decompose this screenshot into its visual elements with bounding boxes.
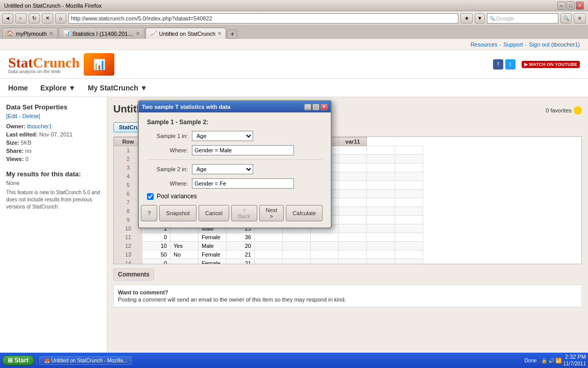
tab-close-myplymouth[interactable]: ✕	[49, 31, 53, 36]
where1-input[interactable]	[192, 145, 294, 155]
favorites-icon[interactable]: +	[574, 106, 582, 114]
youtube-button[interactable]: ▶ WATCH ON YOUTUBE	[522, 61, 580, 68]
table-cell[interactable]	[339, 190, 367, 198]
table-cell[interactable]	[395, 242, 423, 250]
start-button[interactable]: ⊞ Start	[2, 355, 34, 365]
table-cell[interactable]: 11	[114, 233, 142, 242]
table-cell[interactable]	[339, 155, 367, 164]
table-cell[interactable]	[395, 198, 423, 207]
table-cell[interactable]	[311, 233, 339, 242]
table-cell[interactable]	[367, 155, 395, 164]
table-cell[interactable]	[339, 242, 367, 250]
help-button[interactable]: ?	[141, 205, 157, 221]
table-cell[interactable]	[367, 250, 395, 259]
table-cell[interactable]	[395, 146, 423, 155]
tab-untitled-statcrunch[interactable]: 📈 Untitled on StatCrunch ✕	[145, 28, 227, 39]
pool-variances-checkbox[interactable]	[147, 193, 154, 200]
table-cell[interactable]	[339, 207, 367, 216]
table-cell[interactable]	[339, 164, 367, 172]
table-cell[interactable]: Female	[199, 259, 227, 265]
tab-statistics[interactable]: 📊 Statistics I (11400.201210): Data ✕	[59, 28, 144, 39]
back-button[interactable]: < Back	[231, 205, 257, 221]
table-cell[interactable]	[339, 250, 367, 259]
table-cell[interactable]	[283, 233, 311, 242]
table-cell[interactable]	[367, 259, 395, 265]
table-cell[interactable]	[339, 216, 367, 224]
home-button[interactable]: ⌂	[55, 13, 66, 24]
topbar-support[interactable]: Support	[503, 41, 523, 48]
table-cell[interactable]: 36	[227, 233, 255, 242]
table-cell[interactable]	[170, 259, 199, 265]
table-cell[interactable]: 10	[142, 242, 170, 250]
table-cell[interactable]	[367, 207, 395, 216]
topbar-signout[interactable]: Sign out (tboucher1)	[529, 41, 580, 48]
sidebar-delete-link[interactable]: Delete	[22, 113, 39, 119]
snapshot-button[interactable]: Snapshot	[159, 205, 196, 221]
table-cell[interactable]	[339, 233, 367, 242]
table-cell[interactable]	[367, 224, 395, 233]
bookmark-star[interactable]: ▼	[475, 13, 485, 24]
table-cell[interactable]	[367, 233, 395, 242]
table-cell[interactable]	[170, 233, 199, 242]
table-cell[interactable]	[395, 164, 423, 172]
table-cell[interactable]	[395, 190, 423, 198]
address-bar[interactable]: http://www.statcrunch.com/5.0/index.php?…	[68, 13, 458, 24]
sample2-select[interactable]: Age	[192, 164, 253, 174]
table-cell[interactable]	[311, 242, 339, 250]
table-cell[interactable]: Yes	[170, 242, 199, 250]
close-window-button[interactable]: ✕	[576, 2, 584, 10]
table-cell[interactable]	[395, 207, 423, 216]
sample1-select[interactable]: Age	[192, 131, 253, 141]
table-cell[interactable]	[395, 155, 423, 164]
table-cell[interactable]: 0	[142, 259, 170, 265]
tab-close-untitled[interactable]: ✕	[217, 31, 222, 36]
table-cell[interactable]	[339, 181, 367, 190]
where2-input[interactable]	[192, 178, 294, 189]
table-cell[interactable]: 50	[142, 250, 170, 259]
back-button[interactable]: ◄	[2, 13, 13, 24]
modal-minimize-button[interactable]: _	[304, 104, 311, 110]
table-cell[interactable]	[311, 250, 339, 259]
cancel-button[interactable]: Cancel	[199, 205, 229, 221]
nav-explore[interactable]: Explore ▼	[40, 84, 76, 92]
table-cell[interactable]	[339, 172, 367, 181]
tab-myplymouth[interactable]: 🏠 myPlymouth ✕	[2, 28, 58, 39]
table-cell[interactable]	[367, 164, 395, 172]
modal-close-button[interactable]: ✕	[321, 104, 328, 110]
table-cell[interactable]	[395, 172, 423, 181]
table-cell[interactable]: No	[170, 250, 199, 259]
next-button[interactable]: Next >	[259, 205, 284, 221]
browser-search-box[interactable]: 🔍 Google	[487, 13, 558, 24]
table-cell[interactable]: 13	[114, 250, 142, 259]
new-tab-button[interactable]: +	[227, 30, 237, 39]
table-cell[interactable]	[255, 250, 283, 259]
table-cell[interactable]: 0	[142, 233, 170, 242]
table-cell[interactable]: 20	[227, 242, 255, 250]
table-cell[interactable]	[367, 181, 395, 190]
bookmark-button[interactable]: ★	[460, 13, 473, 24]
table-cell[interactable]	[367, 190, 395, 198]
forward-button[interactable]: ►	[15, 13, 27, 24]
minimize-button[interactable]: ─	[557, 2, 566, 10]
table-cell[interactable]	[283, 250, 311, 259]
maximize-button[interactable]: □	[567, 2, 575, 10]
table-cell[interactable]: Male	[199, 242, 227, 250]
table-cell[interactable]	[283, 259, 311, 265]
table-cell[interactable]: 21	[227, 259, 255, 265]
table-cell[interactable]	[395, 259, 423, 265]
modal-maximize-button[interactable]: □	[312, 104, 320, 110]
taskbar-item-firefox[interactable]: 🦊 Untitled on StatCrunch - Mozilla...	[39, 356, 132, 365]
stop-button[interactable]: ✕	[42, 13, 53, 24]
table-cell[interactable]: Female	[199, 233, 227, 242]
sidebar-edit-link[interactable]: Edit	[8, 113, 17, 119]
table-cell[interactable]: 12	[114, 242, 142, 250]
table-cell[interactable]	[367, 198, 395, 207]
tab-close-statistics[interactable]: ✕	[136, 31, 140, 36]
nav-my-statcrunch[interactable]: My StatCrunch ▼	[88, 84, 148, 92]
table-cell[interactable]	[339, 259, 367, 265]
table-cell[interactable]: 21	[227, 250, 255, 259]
table-cell[interactable]	[255, 259, 283, 265]
table-cell[interactable]	[283, 242, 311, 250]
table-cell[interactable]	[395, 216, 423, 224]
search-go-button[interactable]: 🔍	[560, 13, 572, 24]
